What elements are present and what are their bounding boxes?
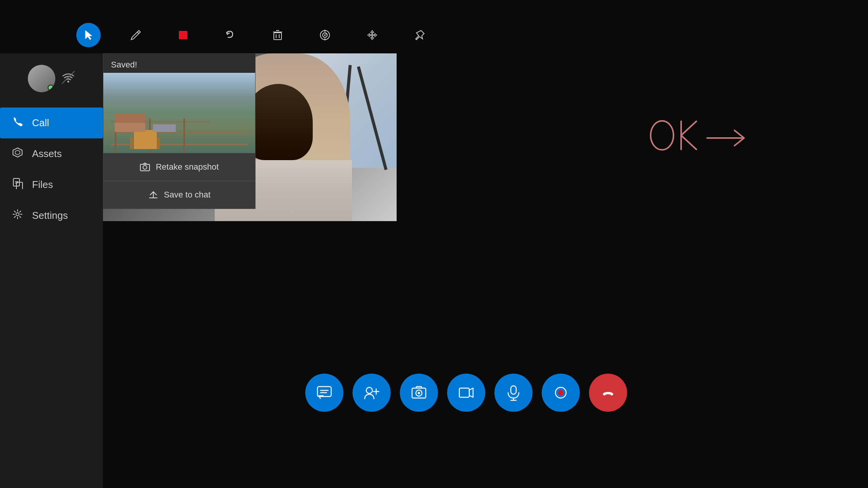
- snapshot-popup: Saved! Retake snapshot: [103, 53, 256, 209]
- mute-button[interactable]: [494, 374, 532, 412]
- sidebar-call-label: Call: [32, 117, 49, 129]
- toolbar-target-button[interactable]: [313, 23, 337, 47]
- svg-point-22: [143, 165, 147, 169]
- wifi-icon: [61, 71, 75, 87]
- sidebar-item-assets[interactable]: Assets: [0, 138, 103, 169]
- toolbar-move-button[interactable]: [360, 23, 384, 47]
- svg-marker-14: [13, 148, 22, 157]
- sidebar-assets-label: Assets: [32, 148, 62, 160]
- sidebar-item-files[interactable]: Files: [0, 169, 103, 200]
- svg-rect-1: [179, 31, 187, 39]
- svg-point-24: [651, 121, 674, 150]
- svg-rect-36: [459, 388, 469, 397]
- phone-icon: [11, 116, 24, 130]
- toolbar-select-button[interactable]: [76, 23, 101, 47]
- snapshot-thumbnail: [103, 73, 255, 153]
- bottom-controls: [305, 374, 627, 412]
- avatar: [28, 65, 55, 92]
- svg-marker-15: [15, 150, 20, 155]
- svg-point-20: [16, 213, 19, 216]
- toolbar-stop-button[interactable]: [171, 23, 195, 47]
- chat-button[interactable]: [305, 374, 343, 412]
- sidebar-files-label: Files: [32, 179, 53, 191]
- toolbar-pin-button[interactable]: [407, 23, 432, 47]
- save-to-chat-button[interactable]: Save to chat: [103, 181, 255, 209]
- online-indicator: [48, 85, 54, 91]
- toolbar-pen-button[interactable]: [124, 23, 148, 47]
- svg-rect-37: [511, 386, 516, 394]
- svg-point-30: [366, 387, 372, 393]
- toolbar: [76, 23, 432, 47]
- retake-snapshot-label: Retake snapshot: [156, 162, 219, 172]
- svg-point-41: [558, 390, 563, 395]
- sidebar: Call Assets Files: [0, 53, 103, 488]
- settings-icon: [11, 209, 24, 223]
- sidebar-nav: Call Assets Files: [0, 108, 103, 231]
- svg-point-35: [418, 392, 420, 394]
- end-call-button[interactable]: [589, 374, 627, 412]
- handwriting-annotation: [647, 114, 761, 162]
- svg-line-0: [137, 32, 139, 34]
- saved-label: Saved!: [103, 54, 255, 73]
- user-avatar-area: [20, 61, 83, 96]
- files-icon: [11, 178, 24, 192]
- toolbar-delete-button[interactable]: [265, 23, 290, 47]
- video-button[interactable]: [447, 374, 485, 412]
- retake-snapshot-button[interactable]: Retake snapshot: [103, 153, 255, 181]
- toolbar-undo-button[interactable]: [218, 23, 243, 47]
- svg-rect-2: [274, 33, 281, 40]
- save-to-chat-label: Save to chat: [164, 190, 211, 200]
- sidebar-settings-label: Settings: [32, 210, 68, 222]
- svg-point-12: [68, 80, 69, 82]
- take-snapshot-button[interactable]: [400, 374, 438, 412]
- add-participant-button[interactable]: [352, 374, 391, 412]
- record-button[interactable]: [542, 374, 580, 412]
- sidebar-item-settings[interactable]: Settings: [0, 200, 103, 231]
- svg-point-9: [324, 34, 326, 36]
- svg-rect-27: [317, 387, 331, 396]
- assets-icon: [11, 147, 24, 161]
- sidebar-item-call[interactable]: Call: [0, 108, 103, 138]
